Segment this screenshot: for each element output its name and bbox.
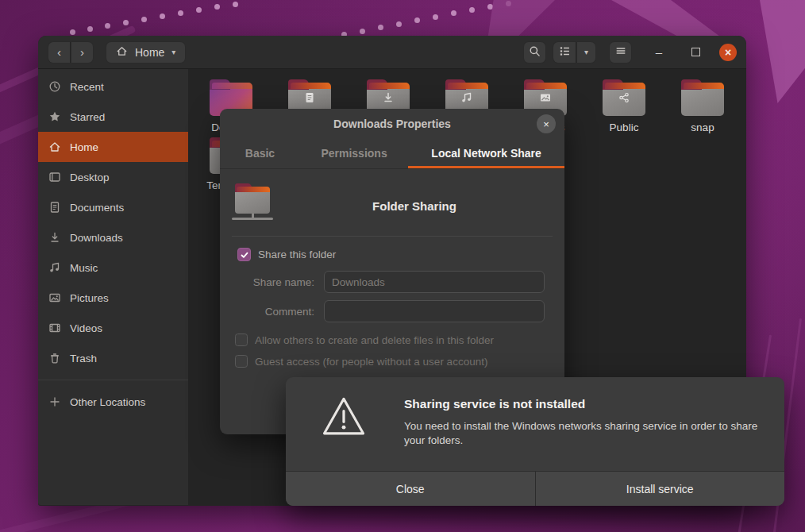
search-button[interactable] <box>523 41 546 64</box>
sidebar-item-home[interactable]: Home <box>38 132 188 162</box>
checkbox-label: Guest access (for people without a user … <box>255 356 487 368</box>
image-emblem-icon <box>524 91 567 104</box>
sidebar-item-label: Downloads <box>70 232 123 244</box>
minimize-icon: – <box>656 45 662 59</box>
sidebar-item-other-locations[interactable]: Other Locations <box>38 387 188 417</box>
videos-icon <box>48 322 61 334</box>
install-service-button[interactable]: Install service <box>536 472 785 506</box>
sidebar-item-trash[interactable]: Trash <box>38 343 188 373</box>
tab-permissions[interactable]: Permissions <box>300 138 408 168</box>
sidebar-item-recent[interactable]: Recent <box>38 71 188 102</box>
sidebar-item-label: Desktop <box>70 172 110 183</box>
warning-icon <box>321 394 367 471</box>
guest-access-checkbox[interactable] <box>235 355 248 368</box>
shared-folder-icon <box>230 182 275 220</box>
file-public[interactable]: Public <box>589 75 659 133</box>
hamburger-icon <box>615 45 626 59</box>
sidebar-item-label: Music <box>70 262 98 274</box>
home-icon <box>48 141 61 153</box>
dialog-tabs: Basic Permissions Local Network Share <box>220 138 564 169</box>
view-options-button[interactable]: ▾ <box>576 41 596 64</box>
desktop-icon <box>48 171 61 183</box>
headerbar: ‹ › Home ▾ ▾ – <box>38 36 746 69</box>
plus-icon <box>48 395 61 408</box>
close-button[interactable]: Close <box>286 472 536 506</box>
chevron-down-icon: ▾ <box>584 48 588 56</box>
comment-row: Comment: <box>230 300 545 322</box>
dialog-title: Downloads Properties <box>333 118 451 130</box>
file-label: Public <box>610 121 639 133</box>
sidebar-item-label: Documents <box>70 202 124 214</box>
share-name-row: Share name: <box>230 271 545 293</box>
dialog-close-button[interactable]: × <box>537 114 556 133</box>
warning-title: Sharing service is not installed <box>404 397 776 411</box>
file-label: snap <box>691 121 714 133</box>
file-snap[interactable]: snap <box>668 75 738 133</box>
sidebar-divider <box>38 380 188 380</box>
sidebar-item-label: Starred <box>70 111 105 123</box>
sidebar-item-label: Recent <box>70 81 104 93</box>
search-icon <box>529 45 541 60</box>
warning-actions: Close Install service <box>286 471 784 506</box>
music-icon <box>48 261 61 274</box>
comment-input[interactable] <box>324 300 545 322</box>
home-icon <box>116 45 128 60</box>
checkbox-label: Share this folder <box>258 249 336 260</box>
pictures-icon <box>48 291 61 304</box>
share-name-input[interactable] <box>324 271 545 293</box>
menu-button[interactable] <box>609 41 632 64</box>
path-label: Home <box>135 46 164 59</box>
sidebar-item-label: Videos <box>70 322 102 334</box>
star-icon <box>48 110 61 123</box>
trash-icon <box>48 352 61 364</box>
nav-buttons: ‹ › <box>48 41 94 64</box>
sidebar-item-pictures[interactable]: Pictures <box>38 283 188 313</box>
back-icon: ‹ <box>57 45 61 59</box>
folder-sharing-header: Folder Sharing <box>230 182 554 220</box>
forward-button[interactable]: › <box>71 41 94 64</box>
share-name-label: Share name: <box>230 276 324 288</box>
sidebar: Recent Starred Home Desktop Documents <box>38 69 188 505</box>
checkbox-label: Allow others to create and delete files … <box>255 334 494 346</box>
guest-access-row: Guest access (for people without a user … <box>235 355 551 368</box>
share-this-folder-checkbox[interactable] <box>237 248 251 261</box>
folder-icon <box>681 86 724 116</box>
list-view-button[interactable] <box>553 41 576 64</box>
section-title: Folder Sharing <box>275 199 554 213</box>
minimize-button[interactable]: – <box>649 45 668 59</box>
forward-icon: › <box>80 45 84 59</box>
path-button[interactable]: Home ▾ <box>106 41 186 64</box>
share-emblem-icon <box>603 91 645 104</box>
dialog-titlebar: Downloads Properties × <box>220 109 564 138</box>
warning-message: You need to install the Windows networks… <box>404 419 776 448</box>
download-emblem-icon <box>367 91 410 104</box>
sidebar-item-downloads[interactable]: Downloads <box>38 222 188 253</box>
clock-icon <box>48 80 61 93</box>
sidebar-item-starred[interactable]: Starred <box>38 102 188 132</box>
sidebar-item-music[interactable]: Music <box>38 253 188 283</box>
sidebar-item-label: Trash <box>70 353 97 364</box>
allow-others-checkbox[interactable] <box>235 333 248 346</box>
list-view-icon <box>559 45 571 60</box>
view-toggle-group: ▾ <box>553 41 596 64</box>
sidebar-item-documents[interactable]: Documents <box>38 192 188 222</box>
maximize-button[interactable] <box>686 48 705 56</box>
sidebar-item-label: Pictures <box>70 292 109 304</box>
sidebar-item-videos[interactable]: Videos <box>38 313 188 343</box>
tab-basic[interactable]: Basic <box>220 138 300 168</box>
window-close-button[interactable]: × <box>719 44 737 61</box>
tab-local-network-share[interactable]: Local Network Share <box>408 138 564 168</box>
downloads-icon <box>48 231 61 244</box>
maximize-icon <box>691 48 700 56</box>
back-button[interactable]: ‹ <box>48 41 71 64</box>
folder-icon <box>603 86 645 116</box>
sidebar-item-desktop[interactable]: Desktop <box>38 162 188 192</box>
chevron-down-icon: ▾ <box>171 48 175 56</box>
divider <box>232 236 553 237</box>
document-emblem-icon <box>288 91 331 104</box>
comment-label: Comment: <box>230 306 324 318</box>
share-this-folder-row: Share this folder <box>237 248 551 261</box>
sidebar-item-label: Home <box>70 141 98 153</box>
desktop-wallpaper: ‹ › Home ▾ ▾ – <box>0 0 805 532</box>
check-icon <box>240 250 249 260</box>
